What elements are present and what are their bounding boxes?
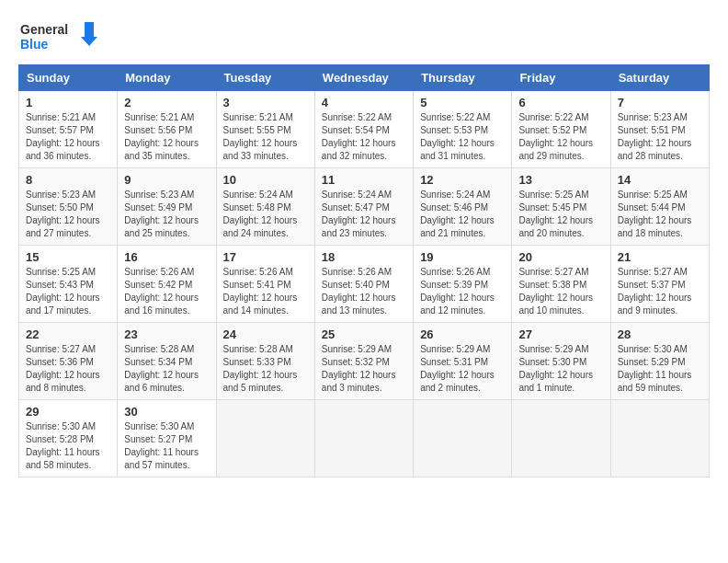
day-number: 26 <box>420 327 505 341</box>
page-header: General Blue <box>18 18 710 55</box>
calendar-cell: 11Sunrise: 5:24 AM Sunset: 5:47 PM Dayli… <box>314 168 413 246</box>
calendar-cell: 19Sunrise: 5:26 AM Sunset: 5:39 PM Dayli… <box>414 246 512 323</box>
day-info: Sunrise: 5:29 AM Sunset: 5:31 PM Dayligh… <box>420 343 505 395</box>
day-info: Sunrise: 5:25 AM Sunset: 5:43 PM Dayligh… <box>26 266 110 317</box>
weekday-header: Sunday <box>19 65 118 91</box>
weekday-header: Thursday <box>414 65 512 91</box>
day-info: Sunrise: 5:30 AM Sunset: 5:27 PM Dayligh… <box>124 420 209 472</box>
calendar-cell: 15Sunrise: 5:25 AM Sunset: 5:43 PM Dayli… <box>19 246 118 323</box>
day-info: Sunrise: 5:28 AM Sunset: 5:34 PM Dayligh… <box>124 343 209 395</box>
day-info: Sunrise: 5:21 AM Sunset: 5:56 PM Dayligh… <box>124 111 209 163</box>
day-info: Sunrise: 5:30 AM Sunset: 5:29 PM Dayligh… <box>618 343 702 395</box>
day-number: 9 <box>124 173 209 187</box>
day-info: Sunrise: 5:25 AM Sunset: 5:44 PM Dayligh… <box>618 189 702 240</box>
day-number: 13 <box>518 173 603 187</box>
day-number: 22 <box>26 327 110 341</box>
day-info: Sunrise: 5:24 AM Sunset: 5:48 PM Dayligh… <box>223 189 308 240</box>
day-number: 25 <box>322 327 406 341</box>
day-info: Sunrise: 5:26 AM Sunset: 5:40 PM Dayligh… <box>322 266 406 317</box>
day-info: Sunrise: 5:23 AM Sunset: 5:49 PM Dayligh… <box>124 189 209 240</box>
calendar-cell: 17Sunrise: 5:26 AM Sunset: 5:41 PM Dayli… <box>216 246 314 323</box>
day-info: Sunrise: 5:26 AM Sunset: 5:41 PM Dayligh… <box>223 266 308 317</box>
day-number: 12 <box>420 173 505 187</box>
calendar-cell: 13Sunrise: 5:25 AM Sunset: 5:45 PM Dayli… <box>512 168 610 246</box>
day-info: Sunrise: 5:29 AM Sunset: 5:32 PM Dayligh… <box>322 343 406 395</box>
calendar-cell: 3Sunrise: 5:21 AM Sunset: 5:55 PM Daylig… <box>216 91 314 168</box>
calendar-cell: 1Sunrise: 5:21 AM Sunset: 5:57 PM Daylig… <box>19 91 118 168</box>
day-number: 19 <box>420 250 505 264</box>
day-info: Sunrise: 5:22 AM Sunset: 5:53 PM Dayligh… <box>420 111 505 163</box>
calendar-cell: 12Sunrise: 5:24 AM Sunset: 5:46 PM Dayli… <box>414 168 512 246</box>
day-info: Sunrise: 5:30 AM Sunset: 5:28 PM Dayligh… <box>26 420 110 472</box>
calendar-cell: 2Sunrise: 5:21 AM Sunset: 5:56 PM Daylig… <box>118 91 216 168</box>
day-number: 20 <box>518 250 603 264</box>
day-number: 2 <box>124 96 209 109</box>
day-number: 11 <box>322 173 406 187</box>
calendar-cell: 30Sunrise: 5:30 AM Sunset: 5:27 PM Dayli… <box>118 400 216 477</box>
calendar-cell: 23Sunrise: 5:28 AM Sunset: 5:34 PM Dayli… <box>118 323 216 400</box>
day-number: 1 <box>26 96 110 109</box>
day-number: 4 <box>322 96 406 109</box>
weekday-header: Saturday <box>610 65 709 91</box>
calendar-cell <box>314 400 413 477</box>
day-info: Sunrise: 5:21 AM Sunset: 5:57 PM Dayligh… <box>26 111 110 163</box>
calendar-cell: 22Sunrise: 5:27 AM Sunset: 5:36 PM Dayli… <box>19 323 118 400</box>
day-info: Sunrise: 5:27 AM Sunset: 5:37 PM Dayligh… <box>618 266 702 317</box>
day-number: 6 <box>518 96 603 109</box>
day-info: Sunrise: 5:21 AM Sunset: 5:55 PM Dayligh… <box>223 111 308 163</box>
day-number: 15 <box>26 250 110 264</box>
day-info: Sunrise: 5:26 AM Sunset: 5:39 PM Dayligh… <box>420 266 505 317</box>
svg-text:General: General <box>20 22 68 37</box>
calendar-cell <box>610 400 709 477</box>
day-number: 7 <box>618 96 702 109</box>
day-number: 5 <box>420 96 505 109</box>
day-info: Sunrise: 5:23 AM Sunset: 5:51 PM Dayligh… <box>618 111 702 163</box>
weekday-header: Wednesday <box>314 65 413 91</box>
day-number: 10 <box>223 173 308 187</box>
day-number: 8 <box>26 173 110 187</box>
day-number: 30 <box>124 405 209 419</box>
calendar-cell: 20Sunrise: 5:27 AM Sunset: 5:38 PM Dayli… <box>512 246 610 323</box>
weekday-header: Tuesday <box>216 65 314 91</box>
day-number: 24 <box>223 327 308 341</box>
calendar-cell <box>512 400 610 477</box>
day-number: 29 <box>26 405 110 419</box>
calendar-cell: 26Sunrise: 5:29 AM Sunset: 5:31 PM Dayli… <box>414 323 512 400</box>
weekday-header: Monday <box>118 65 216 91</box>
day-info: Sunrise: 5:24 AM Sunset: 5:47 PM Dayligh… <box>322 189 406 240</box>
calendar-cell: 18Sunrise: 5:26 AM Sunset: 5:40 PM Dayli… <box>314 246 413 323</box>
calendar-cell <box>216 400 314 477</box>
weekday-header: Friday <box>512 65 610 91</box>
day-info: Sunrise: 5:22 AM Sunset: 5:52 PM Dayligh… <box>518 111 603 163</box>
day-info: Sunrise: 5:26 AM Sunset: 5:42 PM Dayligh… <box>124 266 209 317</box>
svg-text:Blue: Blue <box>20 37 49 52</box>
day-number: 27 <box>518 327 603 341</box>
day-info: Sunrise: 5:27 AM Sunset: 5:38 PM Dayligh… <box>518 266 603 317</box>
calendar-cell: 28Sunrise: 5:30 AM Sunset: 5:29 PM Dayli… <box>610 323 709 400</box>
calendar-cell: 14Sunrise: 5:25 AM Sunset: 5:44 PM Dayli… <box>610 168 709 246</box>
day-info: Sunrise: 5:22 AM Sunset: 5:54 PM Dayligh… <box>322 111 406 163</box>
calendar-cell: 8Sunrise: 5:23 AM Sunset: 5:50 PM Daylig… <box>19 168 118 246</box>
day-number: 18 <box>322 250 406 264</box>
day-info: Sunrise: 5:23 AM Sunset: 5:50 PM Dayligh… <box>26 189 110 240</box>
calendar-cell: 10Sunrise: 5:24 AM Sunset: 5:48 PM Dayli… <box>216 168 314 246</box>
day-number: 28 <box>618 327 702 341</box>
day-number: 3 <box>223 96 308 109</box>
logo: General Blue <box>18 18 101 55</box>
calendar-cell: 16Sunrise: 5:26 AM Sunset: 5:42 PM Dayli… <box>118 246 216 323</box>
calendar-cell: 25Sunrise: 5:29 AM Sunset: 5:32 PM Dayli… <box>314 323 413 400</box>
day-number: 21 <box>618 250 702 264</box>
day-info: Sunrise: 5:28 AM Sunset: 5:33 PM Dayligh… <box>223 343 308 395</box>
calendar-cell <box>414 400 512 477</box>
calendar-table: SundayMondayTuesdayWednesdayThursdayFrid… <box>18 64 710 477</box>
day-number: 14 <box>618 173 702 187</box>
day-number: 16 <box>124 250 209 264</box>
calendar-cell: 4Sunrise: 5:22 AM Sunset: 5:54 PM Daylig… <box>314 91 413 168</box>
calendar-cell: 9Sunrise: 5:23 AM Sunset: 5:49 PM Daylig… <box>118 168 216 246</box>
day-number: 23 <box>124 327 209 341</box>
logo-svg: General Blue <box>18 18 101 55</box>
calendar-cell: 21Sunrise: 5:27 AM Sunset: 5:37 PM Dayli… <box>610 246 709 323</box>
day-number: 17 <box>223 250 308 264</box>
logo-text: General Blue <box>18 18 101 55</box>
calendar-cell: 24Sunrise: 5:28 AM Sunset: 5:33 PM Dayli… <box>216 323 314 400</box>
